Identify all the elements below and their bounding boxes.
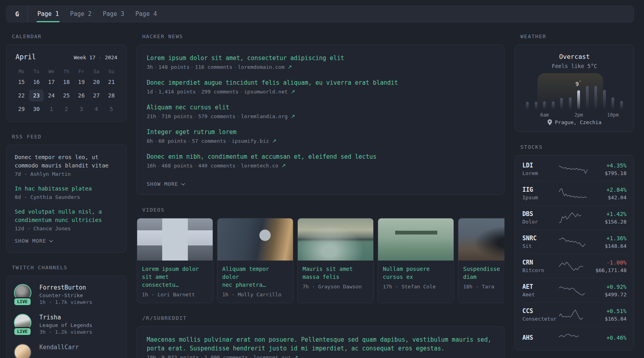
video-title[interactable]: Nullam posuere cursus ex (383, 265, 449, 281)
twitch-channel-name[interactable]: ForrestBurton (39, 284, 92, 291)
calendar-day[interactable]: 15 (14, 76, 29, 88)
tab-page-3[interactable]: Page 3 (97, 6, 130, 22)
stock-ticker[interactable]: CRN (522, 259, 559, 266)
calendar-day[interactable]: 22 (14, 90, 29, 101)
rss-item: In hac habitasse platea8d · Cynthia Saun… (15, 185, 118, 200)
topbar: G Page 1Page 2Page 3Page 4 (6, 6, 634, 22)
calendar-day[interactable]: 18 (59, 76, 74, 88)
calendar-day[interactable]: 26 (74, 90, 89, 101)
stock-ticker[interactable]: AET (522, 283, 559, 290)
calendar-day[interactable]: 19 (74, 76, 89, 88)
calendar-day-selected[interactable]: 23 (29, 90, 44, 101)
tab-page-2[interactable]: Page 2 (64, 6, 97, 22)
calendar-day[interactable]: 2 (59, 103, 74, 115)
twitch-channel-row: KendallCarr (14, 344, 119, 358)
calendar-day[interactable]: 28 (104, 90, 119, 101)
separator-dot: · (153, 64, 159, 70)
hackernews-item-title[interactable]: Donec enim nibh, condimentum et accumsan… (147, 152, 495, 161)
video-title[interactable]: Aliquam tempor dolor nec pharetra… (222, 265, 288, 289)
video-title[interactable]: Lorem ipsum dolor sit amet consectetu… (142, 265, 208, 289)
rss-item-title[interactable]: Donec tempor eros leo, ut commodo mauris… (15, 153, 118, 170)
separator-dot: · (199, 354, 204, 358)
separator-dot: · (248, 354, 254, 358)
rss-show-more-button[interactable]: SHOW MORE (15, 238, 53, 244)
calendar-day[interactable]: 21 (104, 76, 119, 88)
calendar-day[interactable]: 29 (14, 103, 29, 115)
twitch-avatar-wrap: LIVE (14, 284, 33, 305)
avatar[interactable] (14, 344, 31, 358)
tab-page-1[interactable]: Page 1 (32, 6, 64, 22)
item-comments: 440 comments (198, 163, 235, 169)
hackernews-show-more-button[interactable]: SHOW MORE (147, 181, 185, 187)
video-card[interactable]: Mauris sit amet massa felis7h · Grayson … (297, 218, 374, 303)
calendar-day[interactable]: 1 (44, 103, 59, 115)
calendar-day[interactable]: 4 (89, 103, 104, 115)
rss-item: Donec tempor eros leo, ut commodo mauris… (15, 153, 118, 177)
calendar-day[interactable]: 20 (89, 76, 104, 88)
item-domain-link[interactable]: loremnet.xyz ↗ (253, 354, 298, 358)
calendar-weekday: Fr (74, 67, 89, 76)
weather-bar (552, 101, 555, 109)
stock-change-percent: -1.00% (590, 259, 627, 266)
weather-bar (611, 97, 614, 109)
stock-ticker[interactable]: LDI (522, 162, 559, 169)
rss-item-title[interactable]: Sed volutpat nulla nisl, a condimentum n… (15, 208, 118, 224)
rss-item-title[interactable]: In hac habitasse platea (15, 185, 118, 193)
reddit-post-title[interactable]: Maecenas mollis pulvinar erat non posuer… (147, 335, 495, 353)
video-title[interactable]: Suspendisse diam (463, 265, 504, 281)
stock-ticker-block: IIGIpsum (522, 186, 559, 200)
stock-change-percent: +0.51% (590, 308, 627, 314)
hackernews-item: Aliquam nec cursus elit21h·710 points·57… (147, 103, 495, 119)
stock-price: $148.64 (590, 243, 627, 249)
calendar-day[interactable]: 30 (29, 103, 44, 115)
stock-row: CCSConsectetur+0.51%$165.84 (522, 302, 627, 327)
hackernews-item-title[interactable]: Lorem ipsum dolor sit amet, consectetur … (147, 54, 495, 62)
app-logo[interactable]: G (7, 6, 28, 22)
stock-ticker[interactable]: SNRC (522, 235, 559, 242)
stock-value-block: +0.92%$499.72 (590, 284, 627, 298)
video-card[interactable]: Aliquam tempor dolor nec pharetra…1h · M… (217, 218, 293, 303)
twitch-channel-name[interactable]: Trisha (39, 314, 92, 321)
calendar-day[interactable]: 17 (44, 76, 59, 88)
hackernews-item: Integer eget rutrum lorem6h·60 points·57… (147, 128, 495, 144)
sparkline-chart (559, 187, 590, 199)
hackernews-item-meta: 3h·148 points·116 comments·loremdomain.c… (147, 64, 495, 70)
item-points: 60 points (158, 138, 186, 144)
video-card-body: Nullam posuere cursus ex17h · Stefan Col… (378, 261, 454, 295)
stock-ticker[interactable]: CCS (522, 307, 559, 315)
chevron-down-icon (181, 183, 185, 186)
calendar-day[interactable]: 27 (89, 90, 104, 101)
calendar-day[interactable]: 3 (74, 103, 89, 115)
calendar-day[interactable]: 16 (29, 76, 44, 88)
item-domain-link[interactable]: loremdomain.com ↗ (238, 64, 292, 70)
stock-ticker-block: LDILorem (522, 162, 559, 176)
calendar-day[interactable]: 24 (44, 90, 59, 101)
external-link-icon: ↗ (281, 163, 286, 169)
hackernews-item-title[interactable]: Donec imperdiet augue tincidunt felis al… (147, 78, 495, 87)
video-card[interactable]: Suspendisse diam18h · Tara (458, 218, 504, 303)
calendar-day[interactable]: 25 (59, 90, 74, 101)
external-link-icon: ↗ (291, 113, 295, 119)
separator-dot: · (156, 113, 161, 119)
item-domain-link[interactable]: ipsumify.biz ↗ (232, 138, 277, 144)
item-domain-link[interactable]: loremlandia.org ↗ (241, 113, 295, 119)
item-domain-link[interactable]: loremtech.co ↗ (241, 163, 286, 169)
video-card-body: Mauris sit amet massa felis7h · Grayson … (298, 261, 373, 295)
item-age: 19h (147, 354, 156, 358)
stock-ticker[interactable]: AHS (522, 334, 559, 341)
hackernews-item-title[interactable]: Integer eget rutrum lorem (147, 128, 495, 136)
twitch-channel-name[interactable]: KendallCarr (39, 344, 79, 351)
video-card[interactable]: Nullam posuere cursus ex17h · Stefan Col… (378, 218, 454, 303)
stock-ticker[interactable]: DBS (522, 210, 559, 218)
stock-ticker[interactable]: IIG (522, 186, 559, 193)
tab-page-4[interactable]: Page 4 (130, 6, 163, 22)
video-title[interactable]: Mauris sit amet massa felis (303, 265, 369, 281)
videos-section: VIDEOS Lorem ipsum dolor sit amet consec… (137, 207, 504, 303)
weather-bar-slot (549, 84, 558, 109)
rss-widget: Donec tempor eros leo, ut commodo mauris… (6, 145, 126, 253)
hackernews-item-title[interactable]: Aliquam nec cursus elit (147, 103, 495, 112)
item-domain-link[interactable]: ipsumworld.net ↗ (244, 89, 295, 95)
video-card[interactable]: Lorem ipsum dolor sit amet consectetu…1h… (137, 218, 213, 303)
item-age: 21h (147, 113, 156, 119)
calendar-day[interactable]: 5 (104, 103, 119, 115)
